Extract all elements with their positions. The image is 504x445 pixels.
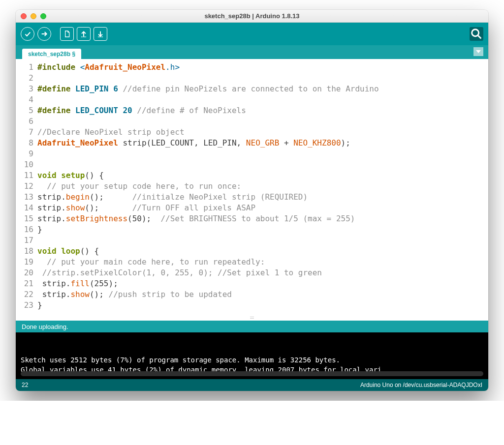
code-line[interactable] bbox=[37, 148, 488, 159]
chevron-down-icon bbox=[476, 50, 481, 54]
code-line[interactable]: void setup() { bbox=[37, 170, 488, 181]
line-number: 21 bbox=[16, 278, 33, 289]
sketch-tab[interactable]: sketch_sep28b § bbox=[22, 48, 82, 59]
code-line[interactable] bbox=[37, 116, 488, 127]
code-line[interactable]: void loop() { bbox=[37, 246, 488, 257]
line-number: 23 bbox=[16, 300, 33, 311]
line-number: 5 bbox=[16, 105, 33, 116]
code-line[interactable]: #include <Adafruit_NeoPixel.h> bbox=[37, 62, 488, 73]
line-number: 6 bbox=[16, 116, 33, 127]
line-number: 10 bbox=[16, 159, 33, 170]
code-line[interactable] bbox=[37, 94, 488, 105]
svg-point-5 bbox=[472, 30, 479, 36]
line-number: 13 bbox=[16, 192, 33, 203]
code-line[interactable]: //strip.setPixelColor(1, 0, 255, 0); //S… bbox=[37, 267, 488, 278]
line-number: 12 bbox=[16, 181, 33, 192]
code-line[interactable]: strip.setBrightness(50); //Set BRIGHTNES… bbox=[37, 213, 488, 224]
code-line[interactable] bbox=[37, 159, 488, 170]
serial-monitor-button[interactable] bbox=[470, 27, 483, 41]
line-number: 3 bbox=[16, 84, 33, 94]
line-number: 2 bbox=[16, 73, 33, 84]
arrow-right-icon bbox=[40, 30, 48, 38]
line-number: 14 bbox=[16, 203, 33, 213]
magnify-icon bbox=[470, 27, 483, 41]
line-number: 16 bbox=[16, 224, 33, 235]
line-number: 4 bbox=[16, 94, 33, 105]
verify-button[interactable] bbox=[21, 27, 34, 41]
open-sketch-button[interactable] bbox=[77, 27, 91, 41]
line-number: 7 bbox=[16, 127, 33, 138]
code-editor[interactable]: 1234567891011121314151617181920212223 #i… bbox=[16, 59, 488, 315]
line-number: 17 bbox=[16, 235, 33, 246]
line-number-gutter: 1234567891011121314151617181920212223 bbox=[16, 62, 37, 311]
code-line[interactable]: //Declare NeoPixel strip object bbox=[37, 127, 488, 138]
toolbar bbox=[16, 23, 488, 45]
cursor-line-indicator: 22 bbox=[22, 382, 28, 388]
code-line[interactable]: strip.begin(); //initialze NeoPixel stri… bbox=[37, 192, 488, 203]
line-number: 15 bbox=[16, 213, 33, 224]
window-titlebar[interactable]: sketch_sep28b | Arduino 1.8.13 bbox=[16, 10, 488, 23]
svg-line-6 bbox=[478, 36, 481, 39]
editor-console-splitter[interactable] bbox=[16, 315, 488, 321]
code-line[interactable]: } bbox=[37, 300, 488, 311]
sketch-tab-bar: sketch_sep28b § bbox=[16, 45, 488, 59]
line-number: 22 bbox=[16, 289, 33, 300]
arduino-ide-window: sketch_sep28b | Arduino 1.8.13 sketch_se… bbox=[16, 10, 488, 391]
svg-marker-7 bbox=[476, 50, 481, 53]
tab-menu-button[interactable] bbox=[473, 47, 483, 56]
line-number: 20 bbox=[16, 267, 33, 278]
footer-bar: 22 Arduino Uno on /dev/cu.usbserial-ADAQ… bbox=[16, 379, 488, 391]
file-icon bbox=[63, 30, 71, 38]
code-line[interactable]: } bbox=[37, 224, 488, 235]
code-line[interactable]: // put your setup code here, to run once… bbox=[37, 181, 488, 192]
console-horizontal-scrollbar[interactable] bbox=[21, 371, 483, 376]
save-sketch-button[interactable] bbox=[94, 27, 107, 41]
new-sketch-button[interactable] bbox=[60, 27, 74, 41]
code-line[interactable] bbox=[37, 73, 488, 84]
line-number: 18 bbox=[16, 246, 33, 257]
console-line: Sketch uses 2512 bytes (7%) of program s… bbox=[21, 355, 483, 365]
line-number: 11 bbox=[16, 170, 33, 181]
code-line[interactable]: Adafruit_NeoPixel strip(LED_COUNT, LED_P… bbox=[37, 138, 488, 148]
check-icon bbox=[24, 30, 32, 38]
code-line[interactable]: #define LED_PIN 6 //define pin NeoPizels… bbox=[37, 84, 488, 94]
console-output[interactable]: Sketch uses 2512 bytes (7%) of program s… bbox=[16, 332, 488, 379]
code-line[interactable]: strip.fill(255); bbox=[37, 278, 488, 289]
arrow-up-icon bbox=[80, 30, 88, 38]
code-line[interactable]: // put your main code here, to run repea… bbox=[37, 257, 488, 267]
upload-button[interactable] bbox=[37, 27, 51, 41]
board-port-info: Arduino Uno on /dev/cu.usbserial-ADAQJDO… bbox=[360, 382, 482, 388]
window-title: sketch_sep28b | Arduino 1.8.13 bbox=[16, 12, 488, 20]
code-line[interactable]: #define LED_COUNT 20 //define # of NeoPi… bbox=[37, 105, 488, 116]
line-number: 8 bbox=[16, 138, 33, 148]
code-line[interactable]: strip.show(); //push strip to be updated bbox=[37, 289, 488, 300]
code-line[interactable] bbox=[37, 235, 488, 246]
code-line[interactable]: strip.show(); //Turn OFF all pixels ASAP bbox=[37, 203, 488, 213]
line-number: 9 bbox=[16, 148, 33, 159]
status-bar: Done uploading. bbox=[16, 321, 488, 332]
arrow-down-icon bbox=[96, 30, 104, 38]
line-number: 1 bbox=[16, 62, 33, 73]
status-message: Done uploading. bbox=[22, 323, 68, 330]
line-number: 19 bbox=[16, 257, 33, 267]
code-area[interactable]: #include <Adafruit_NeoPixel.h>#define LE… bbox=[37, 62, 488, 311]
